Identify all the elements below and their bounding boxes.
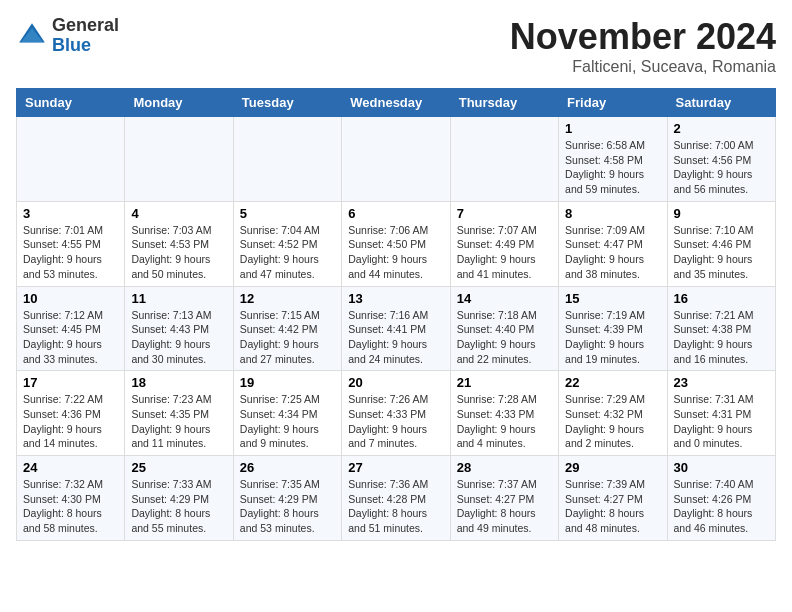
day-number: 1	[565, 121, 660, 136]
calendar-week-row: 17Sunrise: 7:22 AM Sunset: 4:36 PM Dayli…	[17, 371, 776, 456]
calendar-cell: 20Sunrise: 7:26 AM Sunset: 4:33 PM Dayli…	[342, 371, 450, 456]
weekday-header: Friday	[559, 89, 667, 117]
calendar-cell: 7Sunrise: 7:07 AM Sunset: 4:49 PM Daylig…	[450, 201, 558, 286]
day-number: 2	[674, 121, 769, 136]
weekday-header: Wednesday	[342, 89, 450, 117]
calendar-cell: 11Sunrise: 7:13 AM Sunset: 4:43 PM Dayli…	[125, 286, 233, 371]
day-number: 4	[131, 206, 226, 221]
calendar-cell: 21Sunrise: 7:28 AM Sunset: 4:33 PM Dayli…	[450, 371, 558, 456]
day-info: Sunrise: 7:01 AM Sunset: 4:55 PM Dayligh…	[23, 223, 118, 282]
day-number: 30	[674, 460, 769, 475]
day-info: Sunrise: 7:03 AM Sunset: 4:53 PM Dayligh…	[131, 223, 226, 282]
calendar-cell: 22Sunrise: 7:29 AM Sunset: 4:32 PM Dayli…	[559, 371, 667, 456]
calendar-cell: 25Sunrise: 7:33 AM Sunset: 4:29 PM Dayli…	[125, 456, 233, 541]
day-number: 9	[674, 206, 769, 221]
day-info: Sunrise: 7:37 AM Sunset: 4:27 PM Dayligh…	[457, 477, 552, 536]
day-info: Sunrise: 7:40 AM Sunset: 4:26 PM Dayligh…	[674, 477, 769, 536]
day-info: Sunrise: 7:15 AM Sunset: 4:42 PM Dayligh…	[240, 308, 335, 367]
logo: General Blue	[16, 16, 119, 56]
day-number: 29	[565, 460, 660, 475]
day-info: Sunrise: 7:06 AM Sunset: 4:50 PM Dayligh…	[348, 223, 443, 282]
calendar-cell	[450, 117, 558, 202]
day-number: 20	[348, 375, 443, 390]
day-info: Sunrise: 7:33 AM Sunset: 4:29 PM Dayligh…	[131, 477, 226, 536]
calendar-week-row: 24Sunrise: 7:32 AM Sunset: 4:30 PM Dayli…	[17, 456, 776, 541]
header: General Blue November 2024 Falticeni, Su…	[16, 16, 776, 76]
calendar-cell: 23Sunrise: 7:31 AM Sunset: 4:31 PM Dayli…	[667, 371, 775, 456]
day-number: 18	[131, 375, 226, 390]
day-info: Sunrise: 7:36 AM Sunset: 4:28 PM Dayligh…	[348, 477, 443, 536]
title-block: November 2024 Falticeni, Suceava, Romani…	[510, 16, 776, 76]
day-info: Sunrise: 7:16 AM Sunset: 4:41 PM Dayligh…	[348, 308, 443, 367]
calendar-cell: 2Sunrise: 7:00 AM Sunset: 4:56 PM Daylig…	[667, 117, 775, 202]
day-info: Sunrise: 7:21 AM Sunset: 4:38 PM Dayligh…	[674, 308, 769, 367]
calendar-cell	[125, 117, 233, 202]
calendar-cell: 6Sunrise: 7:06 AM Sunset: 4:50 PM Daylig…	[342, 201, 450, 286]
calendar-cell: 28Sunrise: 7:37 AM Sunset: 4:27 PM Dayli…	[450, 456, 558, 541]
day-number: 16	[674, 291, 769, 306]
day-number: 12	[240, 291, 335, 306]
day-number: 19	[240, 375, 335, 390]
day-info: Sunrise: 7:23 AM Sunset: 4:35 PM Dayligh…	[131, 392, 226, 451]
calendar-cell: 8Sunrise: 7:09 AM Sunset: 4:47 PM Daylig…	[559, 201, 667, 286]
day-info: Sunrise: 7:12 AM Sunset: 4:45 PM Dayligh…	[23, 308, 118, 367]
day-info: Sunrise: 7:25 AM Sunset: 4:34 PM Dayligh…	[240, 392, 335, 451]
calendar-cell	[17, 117, 125, 202]
calendar-cell: 18Sunrise: 7:23 AM Sunset: 4:35 PM Dayli…	[125, 371, 233, 456]
logo-blue: Blue	[52, 35, 91, 55]
day-info: Sunrise: 7:19 AM Sunset: 4:39 PM Dayligh…	[565, 308, 660, 367]
day-number: 10	[23, 291, 118, 306]
day-info: Sunrise: 7:35 AM Sunset: 4:29 PM Dayligh…	[240, 477, 335, 536]
calendar-cell: 4Sunrise: 7:03 AM Sunset: 4:53 PM Daylig…	[125, 201, 233, 286]
day-info: Sunrise: 7:18 AM Sunset: 4:40 PM Dayligh…	[457, 308, 552, 367]
day-info: Sunrise: 7:13 AM Sunset: 4:43 PM Dayligh…	[131, 308, 226, 367]
weekday-header: Tuesday	[233, 89, 341, 117]
day-info: Sunrise: 7:10 AM Sunset: 4:46 PM Dayligh…	[674, 223, 769, 282]
day-number: 11	[131, 291, 226, 306]
calendar-cell: 24Sunrise: 7:32 AM Sunset: 4:30 PM Dayli…	[17, 456, 125, 541]
day-number: 23	[674, 375, 769, 390]
calendar-week-row: 3Sunrise: 7:01 AM Sunset: 4:55 PM Daylig…	[17, 201, 776, 286]
day-number: 26	[240, 460, 335, 475]
day-info: Sunrise: 7:32 AM Sunset: 4:30 PM Dayligh…	[23, 477, 118, 536]
day-number: 25	[131, 460, 226, 475]
calendar-cell: 29Sunrise: 7:39 AM Sunset: 4:27 PM Dayli…	[559, 456, 667, 541]
day-number: 22	[565, 375, 660, 390]
logo-general: General	[52, 15, 119, 35]
calendar-cell	[342, 117, 450, 202]
calendar-cell: 30Sunrise: 7:40 AM Sunset: 4:26 PM Dayli…	[667, 456, 775, 541]
calendar-cell: 27Sunrise: 7:36 AM Sunset: 4:28 PM Dayli…	[342, 456, 450, 541]
day-info: Sunrise: 7:28 AM Sunset: 4:33 PM Dayligh…	[457, 392, 552, 451]
calendar-cell: 19Sunrise: 7:25 AM Sunset: 4:34 PM Dayli…	[233, 371, 341, 456]
location-subtitle: Falticeni, Suceava, Romania	[510, 58, 776, 76]
day-number: 5	[240, 206, 335, 221]
day-number: 8	[565, 206, 660, 221]
calendar-cell: 17Sunrise: 7:22 AM Sunset: 4:36 PM Dayli…	[17, 371, 125, 456]
calendar-cell: 14Sunrise: 7:18 AM Sunset: 4:40 PM Dayli…	[450, 286, 558, 371]
weekday-header: Sunday	[17, 89, 125, 117]
calendar-cell: 16Sunrise: 7:21 AM Sunset: 4:38 PM Dayli…	[667, 286, 775, 371]
day-info: Sunrise: 7:29 AM Sunset: 4:32 PM Dayligh…	[565, 392, 660, 451]
day-info: Sunrise: 7:31 AM Sunset: 4:31 PM Dayligh…	[674, 392, 769, 451]
calendar-week-row: 10Sunrise: 7:12 AM Sunset: 4:45 PM Dayli…	[17, 286, 776, 371]
day-number: 24	[23, 460, 118, 475]
day-info: Sunrise: 7:09 AM Sunset: 4:47 PM Dayligh…	[565, 223, 660, 282]
calendar-cell: 1Sunrise: 6:58 AM Sunset: 4:58 PM Daylig…	[559, 117, 667, 202]
day-info: Sunrise: 7:26 AM Sunset: 4:33 PM Dayligh…	[348, 392, 443, 451]
day-number: 14	[457, 291, 552, 306]
day-number: 15	[565, 291, 660, 306]
calendar-table: SundayMondayTuesdayWednesdayThursdayFrid…	[16, 88, 776, 541]
weekday-header-row: SundayMondayTuesdayWednesdayThursdayFrid…	[17, 89, 776, 117]
calendar-cell	[233, 117, 341, 202]
calendar-week-row: 1Sunrise: 6:58 AM Sunset: 4:58 PM Daylig…	[17, 117, 776, 202]
day-number: 6	[348, 206, 443, 221]
calendar-cell: 5Sunrise: 7:04 AM Sunset: 4:52 PM Daylig…	[233, 201, 341, 286]
day-info: Sunrise: 7:07 AM Sunset: 4:49 PM Dayligh…	[457, 223, 552, 282]
calendar-cell: 9Sunrise: 7:10 AM Sunset: 4:46 PM Daylig…	[667, 201, 775, 286]
day-info: Sunrise: 6:58 AM Sunset: 4:58 PM Dayligh…	[565, 138, 660, 197]
calendar-cell: 10Sunrise: 7:12 AM Sunset: 4:45 PM Dayli…	[17, 286, 125, 371]
calendar-cell: 3Sunrise: 7:01 AM Sunset: 4:55 PM Daylig…	[17, 201, 125, 286]
weekday-header: Thursday	[450, 89, 558, 117]
day-number: 21	[457, 375, 552, 390]
day-number: 28	[457, 460, 552, 475]
